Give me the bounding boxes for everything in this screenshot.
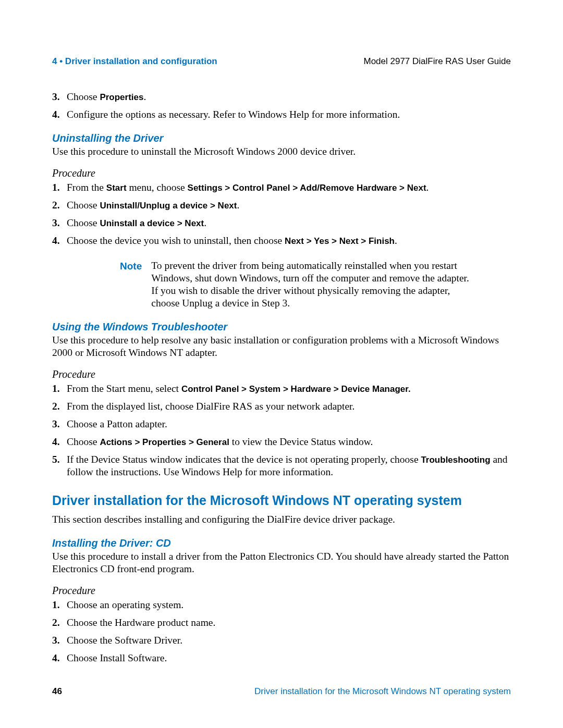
step-number: 1. (52, 599, 67, 611)
header-guide-title: Model 2977 DialFire RAS User Guide (363, 56, 511, 67)
uninstall-steps: 1. From the Start menu, choose Settings … (52, 181, 511, 247)
heading-nt-install: Driver installation for the Microsoft Wi… (52, 493, 511, 508)
step-number: 2. (52, 616, 67, 629)
note-label: Note (120, 260, 142, 310)
note-body: To prevent the driver from being automat… (151, 260, 511, 310)
list-item: 5. If the Device Status window indicates… (52, 453, 511, 478)
paragraph: Use this procedure to uninstall the Micr… (52, 145, 511, 158)
list-item: 3. Choose the Software Driver. (52, 634, 511, 647)
step-number: 4. (52, 235, 67, 247)
list-item: 4. Choose the device you wish to uninsta… (52, 235, 511, 247)
page-number: 46 (52, 686, 62, 697)
page-footer: 46 Driver installation for the Microsoft… (52, 686, 511, 697)
step-number: 2. (52, 199, 67, 212)
list-item: 2. Choose Uninstall/Unplug a device > Ne… (52, 199, 511, 212)
step-number: 3. (52, 634, 67, 647)
list-item: 2. From the displayed list, choose DialF… (52, 400, 511, 413)
page-header: 4 • Driver installation and configuratio… (52, 56, 511, 67)
step-number: 4. (52, 108, 67, 121)
list-item: 3. Choose Uninstall a device > Next. (52, 217, 511, 229)
list-item: 1. From the Start menu, choose Settings … (52, 181, 511, 194)
step-body: Choose a Patton adapter. (67, 418, 511, 430)
step-body: From the displayed list, choose DialFire… (67, 400, 511, 413)
document-page: 4 • Driver installation and configuratio… (0, 0, 563, 728)
step-body: From the Start menu, select Control Pane… (67, 382, 511, 395)
list-item: 1. Choose an operating system. (52, 599, 511, 611)
install-cd-steps: 1. Choose an operating system. 2. Choose… (52, 599, 511, 664)
footer-section-title: Driver installation for the Microsoft Wi… (254, 686, 511, 697)
step-number: 4. (52, 436, 67, 448)
step-number: 1. (52, 382, 67, 395)
continued-steps: 3. Choose Properties. 4. Configure the o… (52, 91, 511, 121)
heading-procedure: Procedure (52, 585, 511, 597)
step-number: 3. (52, 217, 67, 229)
step-number: 2. (52, 400, 67, 413)
heading-troubleshooter: Using the Windows Troubleshooter (52, 321, 511, 333)
step-body: Choose the Software Driver. (67, 634, 511, 647)
list-item: 4. Choose Install Software. (52, 652, 511, 664)
header-chapter: 4 • Driver installation and configuratio… (52, 56, 217, 67)
step-body: If the Device Status window indicates th… (67, 453, 511, 478)
step-body: Choose Uninstall/Unplug a device > Next. (67, 199, 511, 212)
list-item: 3. Choose Properties. (52, 91, 511, 103)
paragraph: Use this procedure to install a driver f… (52, 550, 511, 575)
list-item: 1. From the Start menu, select Control P… (52, 382, 511, 395)
heading-procedure: Procedure (52, 167, 511, 179)
paragraph: This section describes installing and co… (52, 513, 511, 526)
step-body: Choose Install Software. (67, 652, 511, 664)
troubleshoot-steps: 1. From the Start menu, select Control P… (52, 382, 511, 478)
heading-procedure: Procedure (52, 368, 511, 380)
heading-install-cd: Installing the Driver: CD (52, 537, 511, 549)
list-item: 3. Choose a Patton adapter. (52, 418, 511, 430)
step-body: Choose the device you wish to uninstall,… (67, 235, 511, 247)
step-body: Configure the options as necessary. Refe… (67, 108, 511, 121)
step-body: Choose an operating system. (67, 599, 511, 611)
step-body: Choose Properties. (67, 91, 511, 103)
step-number: 3. (52, 418, 67, 430)
step-body: From the Start menu, choose Settings > C… (67, 181, 511, 194)
step-body: Choose Uninstall a device > Next. (67, 217, 511, 229)
step-number: 4. (52, 652, 67, 664)
list-item: 4. Configure the options as necessary. R… (52, 108, 511, 121)
step-number: 5. (52, 453, 67, 478)
step-number: 3. (52, 91, 67, 103)
step-body: Choose the Hardware product name. (67, 616, 511, 629)
list-item: 2. Choose the Hardware product name. (52, 616, 511, 629)
step-number: 1. (52, 181, 67, 194)
list-item: 4. Choose Actions > Properties > General… (52, 436, 511, 448)
paragraph: Use this procedure to help resolve any b… (52, 334, 511, 359)
step-body: Choose Actions > Properties > General to… (67, 436, 511, 448)
heading-uninstalling: Uninstalling the Driver (52, 132, 511, 144)
note-block: Note To prevent the driver from being au… (120, 260, 511, 310)
